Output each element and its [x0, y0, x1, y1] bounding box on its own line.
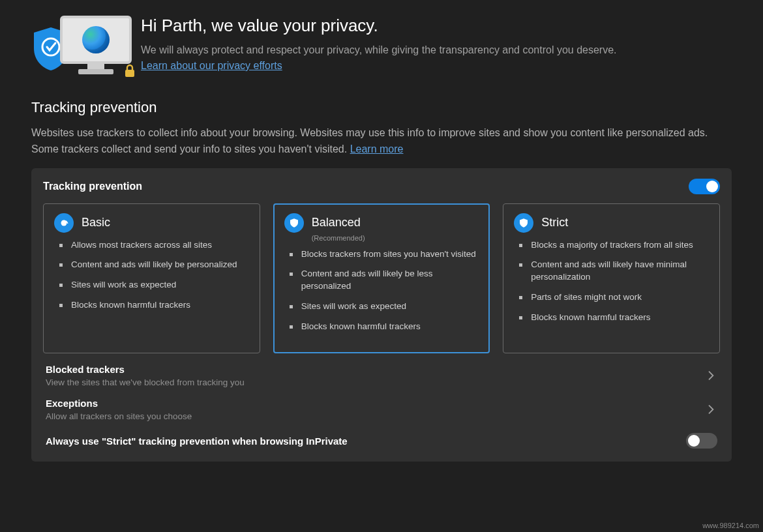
- level-card-balanced[interactable]: Balanced (Recommended) Blocks trackers f…: [273, 203, 490, 353]
- card-bullet: Content and ads will likely be personali…: [58, 259, 249, 271]
- watermark: www.989214.com: [702, 522, 759, 529]
- tracking-prevention-panel: Tracking prevention Basic Allows most tr…: [31, 168, 732, 462]
- level-card-strict[interactable]: Strict Blocks a majority of trackers fro…: [503, 203, 720, 353]
- balanced-icon: [284, 213, 304, 233]
- card-bullet: Parts of sites might not work: [518, 291, 709, 304]
- card-title: Basic: [82, 216, 110, 229]
- row-title: Blocked trackers: [46, 364, 245, 375]
- strict-inprivate-row: Always use "Strict" tracking prevention …: [43, 421, 720, 451]
- card-bullet: Blocks trackers from sites you haven't v…: [288, 248, 479, 261]
- card-bullet: Allows most trackers across all sites: [58, 239, 249, 252]
- card-title: Balanced: [312, 216, 361, 229]
- edge-logo-icon: [82, 26, 110, 53]
- card-bullet: Blocks known harmful trackers: [58, 299, 249, 312]
- hero-body: We will always protect and respect your …: [141, 42, 623, 74]
- card-subtitle: (Recommended): [312, 234, 479, 242]
- strict-inprivate-toggle[interactable]: [686, 433, 717, 449]
- card-bullet: Content and ads will likely be less pers…: [288, 268, 479, 293]
- card-bullet: Sites will work as expected: [58, 279, 249, 291]
- chevron-right-icon: [704, 403, 717, 416]
- svg-rect-1: [125, 70, 134, 77]
- learn-more-link[interactable]: Learn more: [350, 143, 404, 155]
- strict-icon: [514, 213, 533, 233]
- tracking-prevention-toggle[interactable]: [689, 179, 720, 194]
- card-bullet: Blocks known harmful trackers: [288, 321, 479, 333]
- privacy-hero: Hi Parth, we value your privacy. We will…: [31, 16, 732, 81]
- card-bullet: Blocks known harmful trackers: [518, 312, 709, 324]
- privacy-efforts-link[interactable]: Learn about our privacy efforts: [141, 60, 282, 71]
- blocked-trackers-row[interactable]: Blocked trackers View the sites that we'…: [43, 353, 720, 387]
- card-title: Strict: [541, 216, 568, 229]
- privacy-hero-illustration: [31, 16, 123, 81]
- exceptions-row[interactable]: Exceptions Allow all trackers on sites y…: [43, 387, 720, 421]
- chevron-right-icon: [704, 369, 717, 382]
- row-title: Exceptions: [46, 398, 192, 409]
- basic-icon: [54, 213, 74, 233]
- row-desc: View the sites that we've blocked from t…: [46, 377, 245, 387]
- tracking-prevention-description: Websites use trackers to collect info ab…: [31, 125, 732, 158]
- row-title: Always use "Strict" tracking prevention …: [46, 436, 348, 447]
- lock-icon: [123, 64, 137, 78]
- row-desc: Allow all trackers on sites you choose: [46, 411, 192, 421]
- card-bullet: Content and ads will likely have minimal…: [518, 259, 709, 284]
- level-card-basic[interactable]: Basic Allows most trackers across all si…: [43, 203, 260, 353]
- card-bullet: Blocks a majority of trackers from all s…: [518, 239, 709, 252]
- monitor-icon: [60, 16, 132, 74]
- tracking-prevention-heading: Tracking prevention: [31, 99, 732, 116]
- card-bullet: Sites will work as expected: [288, 301, 479, 313]
- hero-title: Hi Parth, we value your privacy.: [141, 16, 623, 36]
- panel-title: Tracking prevention: [43, 181, 142, 192]
